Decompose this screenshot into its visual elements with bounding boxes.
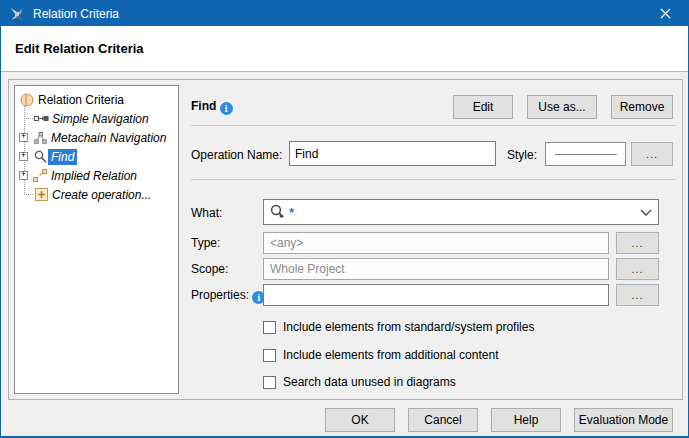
- scope-more-button[interactable]: ...: [616, 258, 659, 280]
- close-button[interactable]: [643, 1, 688, 26]
- evaluation-mode-button[interactable]: Evaluation Mode: [574, 408, 673, 432]
- tree-item-label: Implied Relation: [48, 168, 140, 184]
- separator: [191, 125, 676, 126]
- use-as-button[interactable]: Use as...: [527, 95, 597, 119]
- tree-branch: [24, 118, 33, 119]
- properties-more-button[interactable]: ...: [616, 284, 659, 306]
- checkbox-include-standard-profiles[interactable]: Include elements from standard/system pr…: [263, 320, 534, 334]
- tree-item-implied-relation[interactable]: + Implied Relation: [19, 166, 140, 185]
- style-preview-field[interactable]: [545, 142, 626, 166]
- find-icon: [32, 150, 48, 164]
- pane-title-row: Find i: [191, 99, 233, 115]
- criteria-tree: Relation Criteria Simple Navigation +: [14, 85, 179, 394]
- expand-plus-icon[interactable]: +: [19, 171, 28, 180]
- selected-operation-title: Find: [191, 99, 216, 113]
- type-label: Type:: [191, 236, 220, 250]
- properties-field[interactable]: [263, 284, 609, 306]
- simple-navigation-icon: [33, 112, 49, 126]
- expand-plus-icon[interactable]: +: [19, 133, 28, 142]
- checkbox-search-unused-data[interactable]: Search data unused in diagrams: [263, 375, 456, 389]
- tree-item-find[interactable]: + Find: [19, 147, 77, 166]
- tree-item-metachain-navigation[interactable]: + Metachain Navigation: [19, 128, 169, 147]
- create-operation-icon: [33, 188, 49, 202]
- chevron-down-icon[interactable]: [640, 205, 652, 219]
- separator: [191, 179, 676, 180]
- operation-name-label: Operation Name:: [191, 148, 282, 162]
- window-title: Relation Criteria: [33, 7, 119, 21]
- close-icon: [660, 8, 671, 19]
- line-style-sample: [555, 154, 617, 155]
- checkbox-include-additional-content[interactable]: Include elements from additional content: [263, 348, 498, 362]
- checkbox-icon[interactable]: [263, 349, 276, 362]
- tree-item-label: Metachain Navigation: [48, 130, 169, 146]
- metachain-navigation-icon: [32, 131, 48, 145]
- operation-name-input[interactable]: [289, 141, 496, 166]
- remove-button[interactable]: Remove: [611, 95, 673, 119]
- what-combobox[interactable]: *: [263, 199, 659, 225]
- checkbox-label: Include elements from additional content: [283, 348, 498, 362]
- search-icon: [270, 204, 287, 220]
- checkbox-label: Search data unused in diagrams: [283, 375, 456, 389]
- properties-label-row: Properties: i: [191, 288, 265, 304]
- app-logo-icon: [9, 6, 25, 22]
- what-label: What:: [191, 206, 222, 220]
- ok-button[interactable]: OK: [325, 408, 395, 432]
- expand-plus-icon[interactable]: +: [19, 152, 28, 161]
- relation-criteria-icon: [19, 93, 35, 107]
- relation-criteria-dialog: Relation Criteria Edit Relation Criteria…: [0, 0, 689, 438]
- help-button[interactable]: Help: [491, 408, 561, 432]
- checkbox-icon[interactable]: [263, 321, 276, 334]
- dialog-header-title: Edit Relation Criteria: [15, 41, 144, 56]
- implied-relation-icon: [32, 169, 48, 183]
- edit-button[interactable]: Edit: [453, 95, 513, 119]
- dialog-header: Edit Relation Criteria: [1, 26, 688, 72]
- properties-label: Properties:: [191, 288, 249, 302]
- style-more-button[interactable]: ...: [631, 142, 673, 166]
- tree-item-simple-navigation[interactable]: Simple Navigation: [33, 109, 152, 128]
- titlebar[interactable]: Relation Criteria: [1, 1, 688, 26]
- what-value: *: [289, 205, 294, 220]
- scope-label: Scope:: [191, 262, 228, 276]
- tree-branch: [24, 194, 33, 195]
- tree-item-label: Create operation...: [49, 187, 154, 203]
- tree-item-create-operation[interactable]: Create operation...: [33, 185, 154, 204]
- scope-field: Whole Project: [263, 258, 609, 280]
- tree-item-label: Simple Navigation: [49, 111, 152, 127]
- type-more-button[interactable]: ...: [616, 232, 659, 254]
- tree-item-label: Relation Criteria: [35, 92, 127, 108]
- find-info-icon[interactable]: i: [220, 102, 233, 115]
- cancel-button[interactable]: Cancel: [408, 408, 478, 432]
- checkbox-icon[interactable]: [263, 376, 276, 389]
- checkbox-label: Include elements from standard/system pr…: [283, 320, 534, 334]
- type-field: <any>: [263, 232, 609, 254]
- tree-item-relation-criteria[interactable]: Relation Criteria: [19, 90, 127, 109]
- style-label: Style:: [507, 148, 537, 162]
- tree-item-label: Find: [48, 149, 77, 165]
